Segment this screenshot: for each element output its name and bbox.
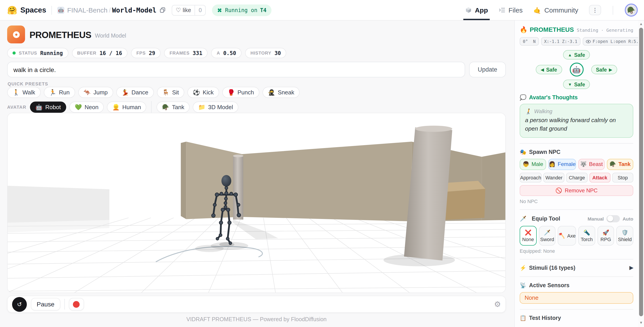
npc-type-row: 👦Male 👩Female 🐺Beast 🪖Tank	[520, 158, 633, 170]
status-dot	[12, 52, 16, 54]
position-chip: X:-1.1 Z:-3.1	[541, 37, 580, 46]
running-status-badge[interactable]: Running on T4	[212, 4, 271, 16]
equip-tool-header: 🗡️ Equip Tool Manual Auto	[520, 215, 633, 222]
female-icon: 👩	[549, 161, 556, 167]
user-avatar[interactable]: 🪖	[625, 4, 638, 16]
reset-icon: ↺	[17, 301, 22, 308]
preset-walk[interactable]: 🚶Walk	[7, 87, 40, 98]
npc-stop-button[interactable]: Stop	[612, 172, 633, 182]
avatar-robot[interactable]: 🤖Robot	[30, 101, 66, 112]
preset-dance[interactable]: 💃Dance	[116, 87, 154, 98]
preset-sit[interactable]: 🪑Sit	[157, 87, 184, 98]
preset-punch[interactable]: 🥊Punch	[222, 87, 260, 98]
avatar-human[interactable]: 👱Human	[107, 101, 146, 112]
like-count[interactable]: 0	[195, 5, 206, 15]
org-avatar[interactable]: 🤖	[58, 6, 64, 14]
spaces-brand[interactable]: 🤗 Spaces	[7, 5, 46, 15]
scrollbar-thumb[interactable]	[639, 28, 643, 316]
org-link[interactable]: FINAL-Bench	[67, 6, 108, 14]
tab-community[interactable]: 🤙 Community	[533, 0, 578, 20]
expand-caret-icon[interactable]: ▶	[630, 265, 633, 271]
preset-kick[interactable]: ⚽Kick	[188, 87, 219, 98]
equip-mode-toggle[interactable]	[606, 215, 620, 222]
hud-row: 0° N X:-1.1 Z:-3.1 F:open L:open R:5.0	[520, 37, 633, 46]
preset-run[interactable]: 🏃Run	[44, 87, 75, 98]
npc-charge-button[interactable]: Charge	[566, 172, 588, 182]
npc-wander-button[interactable]: Wander	[544, 172, 564, 182]
spawn-male-button[interactable]: 👦Male	[520, 158, 546, 170]
run-icon: 🏃	[49, 89, 56, 96]
spaces-label: Spaces	[20, 6, 46, 14]
section-divider	[520, 143, 633, 143]
tool-shield-button[interactable]: 🛡️Shield	[616, 226, 633, 245]
panel-title: 🔥 PROMETHEUS	[520, 26, 574, 33]
avatar-tank[interactable]: 🪖Tank	[157, 101, 190, 112]
like-widget[interactable]: ♡like 0	[172, 5, 206, 16]
repo-link[interactable]: World-Model	[112, 6, 156, 14]
scroll-up-arrow[interactable]: ▲	[638, 22, 644, 26]
thought-card: 🚶 Walking a person walking forward calml…	[520, 104, 633, 138]
safe-up-button[interactable]: ▲Safe	[563, 50, 590, 60]
punch-icon: 🥊	[228, 89, 235, 96]
dagger-icon: 🗡️	[520, 216, 526, 222]
active-sensors-header: 📡 Active Sensors	[520, 282, 633, 288]
avatar-neon[interactable]: 💚Neon	[69, 101, 104, 112]
site-header: 🤗 Spaces 🤖 FINAL-Bench / World-Model ♡li…	[0, 0, 644, 20]
tool-rpg-button[interactable]: 🚀RPG	[598, 226, 614, 245]
prompt-input[interactable]	[7, 62, 465, 78]
community-icon: 🤙	[533, 6, 541, 14]
tool-none-button[interactable]: ❌None	[520, 226, 536, 245]
reset-button[interactable]: ↺	[12, 297, 27, 312]
spawn-beast-button[interactable]: 🐺Beast	[578, 158, 605, 170]
spawn-female-button[interactable]: 👩Female	[548, 158, 576, 170]
tool-torch-button[interactable]: 🔦Torch	[578, 226, 595, 245]
world-viewport[interactable]	[7, 113, 506, 293]
safe-right-button[interactable]: Safe▶	[591, 65, 617, 74]
tab-files[interactable]: Files	[499, 0, 522, 20]
scroll-down-arrow[interactable]: ▼	[638, 321, 644, 325]
remove-npc-button[interactable]: 🚫 Remove NPC	[520, 185, 633, 196]
quick-presets-label: QUICK PRESETS	[8, 82, 48, 86]
more-options-button[interactable]: ⋮	[589, 5, 601, 15]
breadcrumb-slash: /	[109, 6, 111, 14]
kick-icon: ⚽	[193, 89, 200, 96]
header-divider	[52, 6, 52, 14]
heart-icon: ♡	[176, 7, 181, 14]
pause-button[interactable]: Pause	[31, 298, 60, 310]
tab-app[interactable]: App	[465, 0, 488, 20]
section-divider	[520, 259, 633, 259]
cube-icon	[465, 7, 472, 14]
thought-text: a person walking forward calmly on open …	[525, 116, 628, 133]
x-icon: ❌	[525, 229, 532, 236]
record-button[interactable]	[69, 298, 84, 310]
tab-files-label: Files	[508, 6, 522, 14]
npc-attack-button[interactable]: Attack	[589, 172, 610, 182]
section-divider	[520, 276, 633, 277]
thought-state-label: Walking	[534, 109, 552, 114]
left-arrow-icon: ◀	[541, 67, 544, 72]
page-scrollbar[interactable]: ▲ ▼	[638, 20, 644, 327]
tool-axe-button[interactable]: 🪓Axe	[558, 226, 576, 245]
spawn-tank-button[interactable]: 🪖Tank	[607, 158, 633, 170]
preset-sneak[interactable]: 🥷Sneak	[262, 87, 300, 98]
npc-approach-button[interactable]: Approach	[520, 172, 542, 182]
preset-jump[interactable]: 🦘Jump	[78, 87, 113, 98]
avatar-3d-model[interactable]: 📁3D Model	[193, 101, 238, 112]
update-button[interactable]: Update	[469, 62, 506, 78]
status-bar: STATUSRunning BUFFER16 / 16 FPS29 FRAMES…	[7, 48, 286, 58]
satellite-icon: 📡	[520, 282, 526, 288]
header-divider	[613, 6, 613, 14]
avatar-center-button[interactable]: 🤖	[570, 63, 584, 76]
kebab-icon: ⋮	[592, 7, 598, 14]
avatar-state-text: Standing · Generating	[577, 28, 633, 33]
app-logo	[7, 26, 25, 44]
copy-icon[interactable]	[160, 7, 166, 13]
tank-helmet-icon: 🪖	[610, 161, 616, 167]
avatar-selector-row: AVATAR 🤖Robot 💚Neon 👱Human 🪖Tank 📁3D Mod…	[7, 101, 238, 113]
control-panel: 🔥 PROMETHEUS Standing · Generating 0° N …	[514, 20, 638, 327]
record-icon	[73, 301, 80, 308]
safe-down-button[interactable]: ▼Safe	[563, 80, 590, 89]
safe-left-button[interactable]: ◀Safe	[536, 65, 562, 74]
tool-sword-button[interactable]: 🗡️Sword	[539, 226, 556, 245]
settings-gear-icon[interactable]: ⚙	[494, 300, 501, 309]
